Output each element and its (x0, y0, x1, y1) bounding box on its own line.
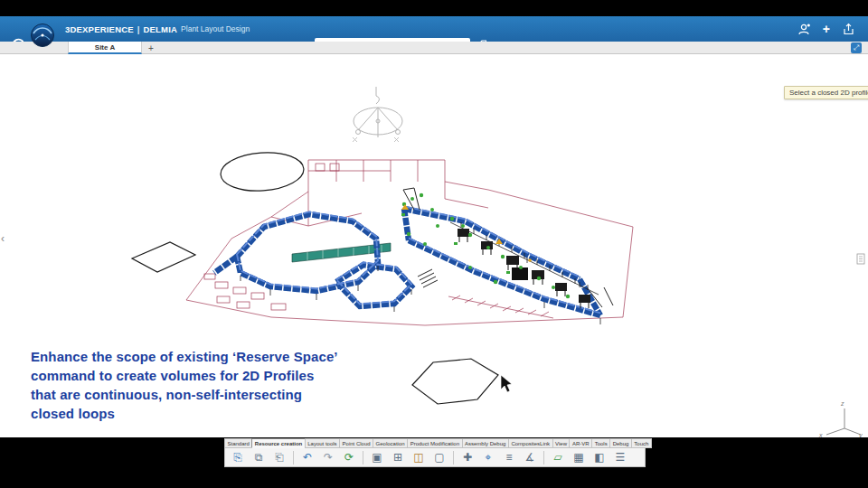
new-resource-icon[interactable]: ◫ (410, 449, 428, 465)
copy-icon[interactable]: ⧉ (250, 449, 268, 465)
share-icon[interactable] (842, 23, 855, 36)
letterbox-bottom (0, 474, 868, 488)
toolbar-separator (293, 451, 294, 465)
topbar-actions: + (797, 16, 855, 42)
snap-icon[interactable]: ⌖ (479, 449, 497, 465)
action-bar: StandardResource creationLayout toolsPoi… (224, 438, 652, 467)
action-bar-tab[interactable]: Touch (631, 438, 652, 448)
measure-icon[interactable]: ∡ (521, 449, 539, 465)
profile-parallelogram[interactable] (132, 242, 195, 272)
profile-hexagon[interactable] (412, 359, 498, 404)
new-part-icon[interactable]: ▣ (368, 449, 386, 465)
machinery (403, 188, 613, 308)
duplicate-icon[interactable]: ⎗ (270, 449, 288, 465)
brand-name: 3DEXPERIENCE (65, 24, 134, 34)
annotation-line: that are continuous, non-self-intersecti… (31, 385, 356, 404)
profile-ellipse[interactable] (220, 150, 306, 193)
svg-text:y: y (858, 432, 863, 437)
axis-triad (826, 408, 861, 435)
action-bar-tab[interactable]: Product Modification (407, 438, 461, 448)
top-app-bar: 3DEXPERIENCE | DELMIA Plant Layout Desig… (0, 16, 868, 42)
app-window: 3DEXPERIENCE | DELMIA Plant Layout Desig… (0, 0, 868, 488)
svg-text:x: x (818, 432, 823, 437)
area-icon[interactable]: ▦ (570, 449, 588, 465)
command-prompt-tooltip: Select a closed 2D profile (784, 86, 868, 99)
new-tab-button[interactable]: + (145, 42, 157, 54)
tab-site-a[interactable]: Site A (68, 42, 142, 54)
side-panel-tab-icon[interactable] (856, 253, 865, 265)
smart-positioning-icon[interactable]: ✚ (458, 449, 476, 465)
annotation-text: Enhance the scope of existing ‘Reserve S… (31, 347, 356, 423)
catalog-icon[interactable]: ☰ (611, 449, 629, 465)
partition-walls (214, 209, 600, 315)
action-bar-tabs: StandardResource creationLayout toolsPoi… (224, 438, 652, 448)
align-icon[interactable]: ≡ (500, 449, 518, 465)
action-bar-tools: ⎘⧉⎗↶↷⟳▣⊞◫▢✚⌖≡∡▱▦◧☰ (224, 447, 646, 467)
module-name: Plant Layout Design (181, 24, 250, 33)
redo-icon[interactable]: ↷ (319, 449, 337, 465)
action-bar-tab[interactable]: Tools (591, 438, 609, 448)
undo-icon[interactable]: ↶ (298, 449, 316, 465)
action-bar-tab[interactable]: Resource creation (251, 438, 304, 448)
section-icon[interactable]: ◧ (590, 449, 609, 465)
brand-separator: | (137, 24, 140, 34)
product-name: DELMIA (143, 24, 177, 34)
reserve-space-icon[interactable]: ▱ (549, 449, 567, 465)
new-product-icon[interactable]: ⊞ (389, 449, 407, 465)
action-bar-tab[interactable]: Assembly Debug (462, 438, 508, 448)
annotation-line: Enhance the scope of existing ‘Reserve S… (31, 347, 356, 366)
letterbox-top (0, 0, 868, 16)
resource-family-icon[interactable]: ▢ (430, 449, 448, 465)
3d-compass-icon[interactable] (30, 23, 55, 48)
update-icon[interactable]: ⟳ (340, 449, 358, 465)
action-bar-tab[interactable]: Debug (609, 438, 631, 448)
action-bar-tab[interactable]: Geolocation (373, 438, 407, 448)
action-bar-tab[interactable]: Layout tools (305, 438, 339, 448)
mouse-cursor (501, 375, 512, 392)
partition-walls-top-edge (237, 206, 600, 313)
document-tab-bar: Site A + ⤢ (0, 42, 868, 54)
add-icon[interactable]: + (823, 23, 830, 35)
user-icon[interactable] (797, 23, 811, 36)
collapse-panel-arrow-icon[interactable]: ‹ (1, 233, 5, 244)
expand-viewport-button[interactable]: ⤢ (851, 42, 862, 53)
axis-labels: z x y (818, 400, 863, 437)
toolbar-separator (543, 451, 544, 465)
toolbar-separator (453, 451, 454, 465)
action-bar-tab[interactable]: View (552, 438, 570, 448)
svg-text:z: z (840, 400, 844, 407)
paste-icon[interactable]: ⎘ (229, 449, 247, 465)
annotation-line: command to create volumes for 2D Profile… (31, 366, 356, 385)
action-bar-tab[interactable]: Standard (224, 438, 251, 448)
action-bar-tab[interactable]: CompositesLink (508, 438, 552, 448)
action-bar-tab[interactable]: Point Cloud (339, 438, 373, 448)
app-title: 3DEXPERIENCE | DELMIA Plant Layout Desig… (65, 16, 250, 42)
toolbar-separator (363, 451, 363, 465)
annotation-line: closed loops (31, 404, 356, 423)
crane-gizmo (353, 87, 402, 142)
action-bar-tab[interactable]: AR-VR (569, 438, 591, 448)
